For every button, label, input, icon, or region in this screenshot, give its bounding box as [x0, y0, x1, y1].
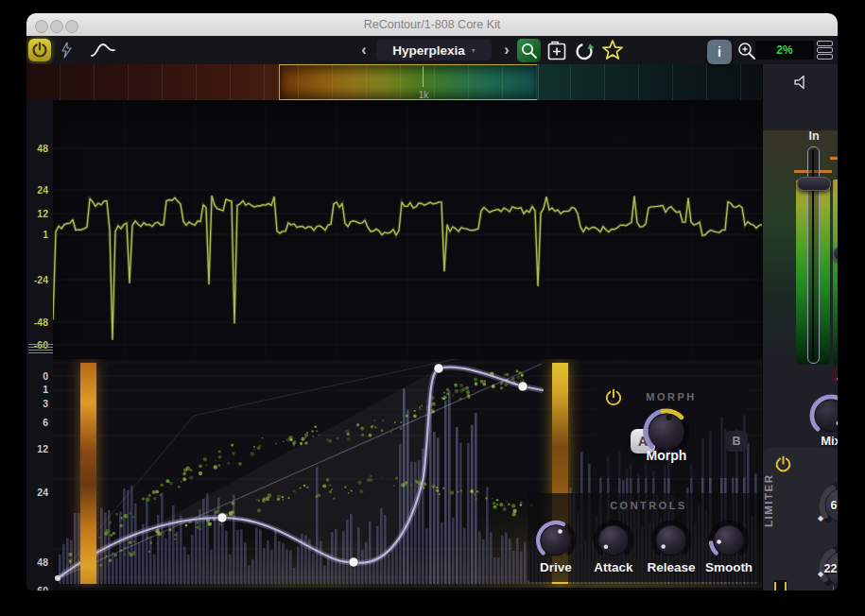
limiter-attack-label: A: [828, 463, 838, 476]
morph-power-button[interactable]: [604, 388, 623, 407]
waveshaper-display[interactable]: MORPH A B Morph CONTROLS Drive Attack Re…: [53, 359, 762, 588]
shaper-scale-label: 48: [26, 556, 48, 568]
screen: ReContour/1-808 Core Kit ‹ Hyperplexia ▾…: [0, 0, 865, 616]
window-title: ReContour/1-808 Core Kit: [26, 18, 838, 31]
limiter-power-button[interactable]: [774, 455, 792, 473]
analyzer-scale-label: 1: [26, 229, 48, 240]
zoom-in-icon: [736, 41, 757, 61]
drive-label: Drive: [528, 560, 584, 574]
curve-node[interactable]: [434, 364, 443, 373]
limiter-release-value: 227ms: [812, 562, 838, 575]
smooth-label: Smooth: [701, 560, 757, 574]
cpu-meter: 2%: [755, 41, 814, 60]
saturation-strip-left: [80, 363, 96, 584]
frequency-overview-strip[interactable]: 1k: [26, 64, 762, 100]
curve-node[interactable]: [55, 575, 61, 581]
limiter-release-label: R: [828, 525, 838, 539]
controls-panel: CONTROLS Drive Attack Release Smooth: [528, 493, 762, 582]
shaper-scale-label: 1: [26, 384, 48, 395]
overview-gridlines: [26, 64, 762, 100]
titlebar: ReContour/1-808 Core Kit: [26, 13, 838, 37]
waveshape-button[interactable]: [89, 40, 117, 60]
shaper-scale-label: 0: [26, 370, 48, 382]
analyzer-scale-label: 24: [26, 184, 48, 196]
search-icon: [520, 42, 538, 60]
analyzer-scale-label: 48: [26, 143, 48, 154]
curve-node[interactable]: [518, 382, 528, 391]
mute-speaker-icon: [791, 72, 812, 93]
preset-search-button[interactable]: [517, 39, 541, 62]
mute-button[interactable]: [791, 72, 812, 93]
release-knob[interactable]: [647, 516, 696, 565]
drive-knob[interactable]: [531, 516, 580, 565]
shaper-scale-label: 3: [26, 398, 48, 409]
star-icon: [601, 39, 624, 61]
analyzer-scale-label: -24: [26, 274, 48, 285]
in-label: In: [799, 129, 829, 143]
diamond-icon: ◆: [818, 514, 823, 522]
shaper-scale-label: 6: [26, 417, 48, 428]
power-icon: [604, 388, 623, 407]
morph-b-button[interactable]: B: [725, 431, 748, 452]
cpu-value: 2%: [776, 43, 792, 57]
add-preset-icon: [546, 41, 567, 61]
preset-next-button[interactable]: ›: [499, 42, 514, 59]
lightning-button[interactable]: [57, 41, 76, 60]
reload-preset-button[interactable]: [572, 39, 596, 62]
plugin-power-button[interactable]: [28, 39, 51, 61]
mix-label: Mix: [803, 434, 838, 448]
out-label: Out: [833, 129, 838, 143]
save-preset-button[interactable]: [545, 40, 568, 61]
lightning-icon: [59, 42, 74, 59]
wave-icon: [90, 41, 116, 60]
power-icon: [774, 455, 792, 473]
plugin-window: ReContour/1-808 Core Kit ‹ Hyperplexia ▾…: [26, 13, 838, 590]
release-label: Release: [643, 560, 700, 574]
menu-icon: [817, 41, 833, 45]
out-meter: [833, 180, 838, 365]
diamond-icon: ◆: [818, 570, 823, 578]
limiter-attack-value: 6ms: [812, 499, 838, 512]
refresh-icon: [573, 40, 596, 62]
chevron-down-icon: ▾: [472, 46, 476, 55]
frequency-marker-label: 1k: [409, 90, 438, 100]
attack-knob[interactable]: [589, 516, 638, 565]
shaper-scale-label: 60: [26, 585, 48, 590]
analyzer-scale-label: 12: [26, 208, 48, 219]
preset-prev-button[interactable]: ‹: [356, 42, 372, 59]
preset-selector[interactable]: Hyperplexia ▾: [376, 40, 492, 60]
favorite-button[interactable]: [600, 38, 625, 62]
shaper-scale-label: 12: [26, 443, 48, 454]
curve-node[interactable]: [217, 513, 227, 522]
shaper-scale-label: 24: [26, 487, 48, 498]
morph-knob-label: Morph: [629, 448, 704, 463]
limiter-panel: LIMITER A 6ms R 227ms ◆ ◆: [763, 448, 838, 590]
attack-label: Attack: [585, 560, 642, 574]
auto-gain-button[interactable]: Auto: [832, 368, 838, 384]
zoom-in-button[interactable]: [736, 41, 757, 61]
frequency-marker-line: [423, 66, 424, 87]
preset-name: Hyperplexia: [392, 43, 465, 58]
curve-node[interactable]: [349, 557, 358, 567]
limiter-title: LIMITER: [763, 482, 786, 527]
smooth-knob[interactable]: [704, 516, 753, 565]
resize-corner: [825, 586, 834, 590]
io-panel: In Out Auto Mix LIMITER A 6ms R 227ms ◆ …: [762, 64, 838, 590]
controls-panel-title: CONTROLS: [528, 500, 762, 511]
gain-trace: [53, 100, 762, 359]
menu-button[interactable]: [817, 41, 836, 60]
analyzer-scale-label: -48: [26, 317, 48, 328]
morph-panel: MORPH A B Morph: [597, 377, 746, 478]
in-fader-handle[interactable]: [797, 177, 831, 191]
gain-analyzer-display[interactable]: [53, 100, 762, 359]
limiter-threshold-fader[interactable]: [773, 580, 787, 590]
info-button[interactable]: i: [707, 40, 732, 64]
out-peak-marker: [830, 157, 838, 160]
power-icon: [31, 42, 48, 59]
